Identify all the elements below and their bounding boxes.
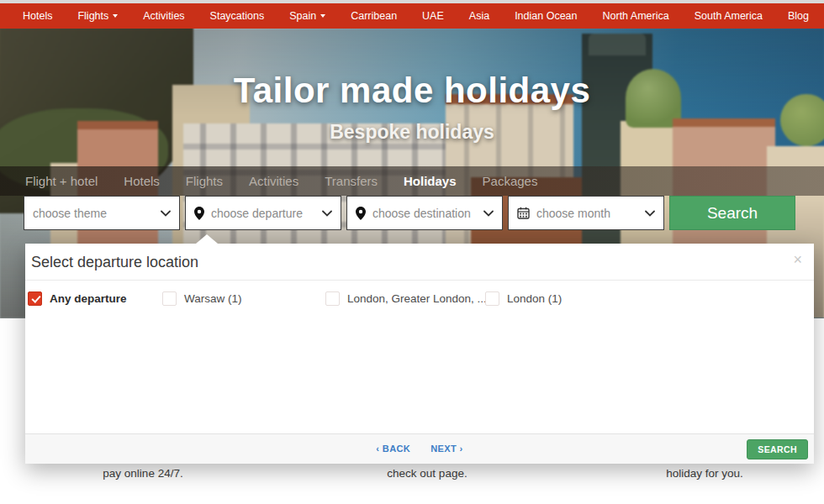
nav-label: Indian Ocean [515,10,577,22]
nav-item-indian-ocean[interactable]: Indian Ocean [502,10,589,22]
map-pin-icon [356,207,366,220]
month-select[interactable]: choose month [508,196,664,230]
next-link[interactable]: NEXT › [430,444,462,454]
product-tabs: Flight + hotel Hotels Flights Activities… [0,166,824,196]
nav-item-activities[interactable]: Activities [130,10,197,22]
option-label: Warsaw (1) [184,292,242,305]
nav-label: Staycations [210,10,265,22]
search-form: choose theme choose departure choose des… [0,196,824,230]
nav-item-north-america[interactable]: North America [589,10,681,22]
tab-holidays[interactable]: Holidays [404,174,457,188]
page-title: Tailor made holidays [0,71,824,111]
page: Hotels Flights Activities Staycations Sp… [0,0,824,504]
option-label: London, Greater London, ... [347,292,487,305]
departure-select-value: choose departure [211,207,322,220]
nav-label: Carribean [351,10,397,22]
checkbox-any-departure[interactable] [28,291,42,306]
nav-item-staycations[interactable]: Staycations [198,10,277,22]
modal-search-button[interactable]: SEARCH [747,439,808,459]
nav-label: Blog [788,10,809,22]
nav-label: Asia [469,10,489,22]
tab-flights[interactable]: Flights [186,174,223,188]
nav-item-flights[interactable]: Flights [65,10,130,22]
nav-label: UAE [422,10,444,22]
chevron-down-icon [320,14,325,18]
option-any-departure[interactable]: Any departure [28,291,162,306]
nav-item-spain[interactable]: Spain [277,10,338,22]
departure-options: Any departure Warsaw (1) London, Greater… [25,291,814,306]
option-warsaw[interactable]: Warsaw (1) [162,291,325,306]
nav-label: Hotels [23,10,52,22]
tab-packages[interactable]: Packages [483,174,538,188]
modal-footer: ‹ BACK NEXT › SEARCH [25,433,814,464]
nav-item-south-america[interactable]: South America [682,10,775,22]
close-icon[interactable]: × [793,252,802,267]
tab-activities[interactable]: Activities [249,174,298,188]
main-navbar: Hotels Flights Activities Staycations Sp… [0,3,824,29]
option-label: London (1) [507,292,562,305]
checkbox-warsaw[interactable] [162,291,177,306]
tab-transfers[interactable]: Transfers [325,174,378,188]
page-subtitle: Bespoke holidays [0,121,824,144]
checkbox-london[interactable] [485,291,499,306]
destination-select[interactable]: choose destination [346,196,503,230]
month-select-value: choose month [536,207,645,220]
nav-label: North America [602,10,668,22]
nav-label: Activities [143,10,184,22]
nav-item-hotels[interactable]: Hotels [10,10,65,22]
option-london-greater[interactable]: London, Greater London, ... [325,291,485,306]
chevron-down-icon [113,14,118,18]
departure-select[interactable]: choose departure [185,196,341,230]
nav-item-uae[interactable]: UAE [409,10,457,22]
chevron-down-icon [322,210,332,217]
step-links: ‹ BACK NEXT › [376,444,462,454]
chevron-down-icon [483,210,494,217]
option-label: Any departure [50,292,127,305]
tab-flight-hotel[interactable]: Flight + hotel [25,174,98,188]
departure-modal: Select departure location × Any departur… [25,244,814,464]
search-button[interactable]: Search [669,196,795,230]
map-pin-icon [194,207,204,220]
back-link[interactable]: ‹ BACK [376,444,410,454]
checkbox-london-greater[interactable] [325,291,340,306]
modal-header: Select departure location × [25,244,814,281]
theme-select[interactable]: choose theme [24,196,180,230]
page-snippet: pay online 24/7. [103,467,182,480]
option-london[interactable]: London (1) [485,291,814,306]
page-snippet: check out page. [387,467,467,480]
destination-select-value: choose destination [372,207,483,220]
theme-select-value: choose theme [33,207,161,220]
calendar-icon [517,207,530,219]
nav-item-asia[interactable]: Asia [457,10,502,22]
chevron-down-icon [161,210,171,217]
nav-label: South America [695,10,763,22]
modal-title: Select departure location [31,254,198,270]
tab-hotels[interactable]: Hotels [124,174,160,188]
chevron-down-icon [645,210,655,217]
nav-label: Spain [289,10,316,22]
nav-item-blog[interactable]: Blog [775,10,821,22]
page-snippet: holiday for you. [666,467,743,480]
nav-label: Flights [77,10,108,22]
nav-item-carribean[interactable]: Carribean [338,10,409,22]
